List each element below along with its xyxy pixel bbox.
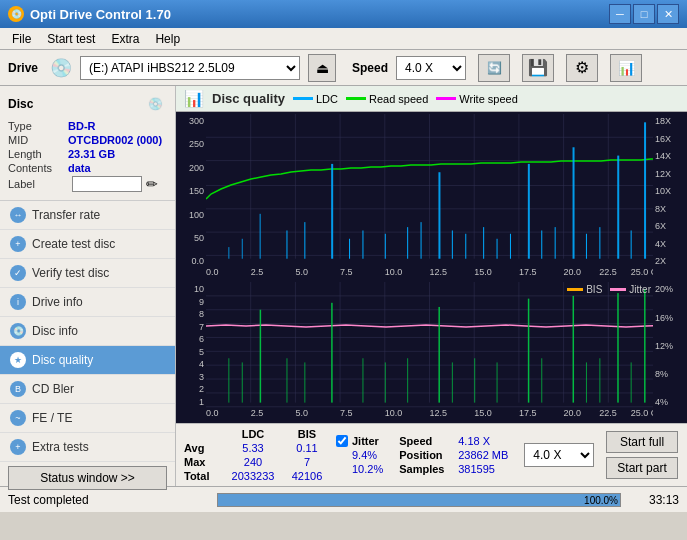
sidebar-item-disc-quality[interactable]: ★ Disc quality: [0, 346, 175, 375]
svg-rect-85: [407, 359, 408, 403]
disc-label-row: Label ✏: [8, 176, 167, 192]
right-panel: 📊 Disc quality LDC Read speed Write spee…: [176, 86, 687, 486]
disc-contents-row: Contents data: [8, 162, 167, 174]
stats-max-row: Max 240 7: [184, 456, 328, 468]
ldc-chart: 300 250 200 150 100 50 0.0: [180, 114, 683, 280]
transfer-rate-label: Transfer rate: [32, 208, 100, 222]
legend-jitter: Jitter: [610, 284, 651, 295]
stats-max-bis: 7: [286, 456, 328, 468]
svg-rect-25: [407, 227, 408, 259]
menu-start-test[interactable]: Start test: [39, 30, 103, 48]
disc-label-input[interactable]: [72, 176, 142, 192]
svg-rect-28: [452, 230, 453, 258]
jitter-avg: 9.4%: [336, 449, 383, 461]
sidebar-item-create-test-disc[interactable]: + Create test disc: [0, 230, 175, 259]
svg-rect-90: [586, 363, 587, 403]
svg-text:25.0 GB: 25.0 GB: [631, 267, 653, 277]
fe-te-label: FE / TE: [32, 411, 72, 425]
start-full-button[interactable]: Start full: [606, 431, 677, 453]
menu-help[interactable]: Help: [147, 30, 188, 48]
speed-stat-label: Speed: [399, 435, 454, 447]
svg-rect-33: [528, 164, 530, 259]
jitter-max: 10.2%: [336, 463, 383, 475]
svg-text:5.0: 5.0: [295, 409, 308, 419]
extra-tests-label: Extra tests: [32, 440, 89, 454]
position-row: Position 23862 MB: [399, 449, 508, 461]
disc-label-label: Label: [8, 178, 68, 190]
svg-rect-22: [349, 239, 350, 259]
start-part-button[interactable]: Start part: [606, 457, 677, 479]
disc-length-label: Length: [8, 148, 68, 160]
speed-label: Speed: [352, 61, 388, 75]
config-button[interactable]: ⚙: [566, 54, 598, 82]
create-test-disc-icon: +: [10, 236, 26, 252]
jitter-checkbox[interactable]: [336, 435, 348, 447]
sidebar-item-cd-bler[interactable]: B CD Bler: [0, 375, 175, 404]
disc-contents-value: data: [68, 162, 91, 174]
svg-rect-87: [474, 359, 475, 403]
disc-mid-value: OTCBDR002 (000): [68, 134, 162, 146]
maximize-button[interactable]: □: [633, 4, 655, 24]
svg-rect-34: [541, 230, 542, 258]
svg-rect-82: [304, 363, 305, 403]
stats-header-row: LDC BIS: [184, 428, 328, 440]
speed-stat-value: 4.18 X: [458, 435, 490, 447]
disc-section-title: Disc: [8, 97, 33, 111]
title-bar-left: 💿 Opti Drive Control 1.70: [8, 6, 171, 22]
svg-rect-78: [644, 289, 646, 403]
eject-button[interactable]: ⏏: [308, 54, 336, 82]
legend-jitter-label: Jitter: [629, 284, 651, 295]
menu-file[interactable]: File: [4, 30, 39, 48]
legend-bis: BIS: [567, 284, 602, 295]
minimize-button[interactable]: ─: [609, 4, 631, 24]
app-title: Opti Drive Control 1.70: [30, 7, 171, 22]
svg-rect-79: [228, 359, 229, 403]
sidebar-item-transfer-rate[interactable]: ↔ Transfer rate: [0, 201, 175, 230]
svg-text:15.0: 15.0: [474, 409, 492, 419]
sidebar-item-extra-tests[interactable]: + Extra tests: [0, 433, 175, 462]
svg-text:15.0: 15.0: [474, 267, 492, 277]
disc-info-panel: Disc 💿 Type BD-R MID OTCBDR002 (000) Len…: [0, 86, 175, 201]
stats-max-ldc: 240: [224, 456, 282, 468]
stats-ldc-header: LDC: [224, 428, 282, 440]
close-button[interactable]: ✕: [657, 4, 679, 24]
disc-quality-label: Disc quality: [32, 353, 93, 367]
position-value: 23862 MB: [458, 449, 508, 461]
cd-bler-icon: B: [10, 381, 26, 397]
disc-header: Disc 💿: [8, 92, 167, 116]
ldc-chart-svg: 0.0 2.5 5.0 7.5 10.0 12.5 15.0 17.5 20.0…: [206, 114, 653, 280]
save-button[interactable]: 💾: [522, 54, 554, 82]
samples-label: Samples: [399, 463, 454, 475]
svg-rect-40: [631, 230, 632, 258]
menu-extra[interactable]: Extra: [103, 30, 147, 48]
export-button[interactable]: 📊: [610, 54, 642, 82]
svg-rect-91: [599, 359, 600, 403]
svg-text:25.0 GB: 25.0 GB: [631, 409, 653, 419]
speed-select-stats[interactable]: 4.0 X: [524, 443, 594, 467]
jitter-stats: Jitter 9.4% 10.2%: [336, 435, 383, 475]
bis-chart: 10 9 8 7 6 5 4 3 2 1 BIS: [180, 282, 683, 421]
svg-rect-18: [260, 214, 261, 259]
svg-rect-27: [438, 172, 440, 259]
svg-rect-20: [304, 222, 305, 259]
disc-info-icon: 💿: [10, 323, 26, 339]
drive-select[interactable]: (E:) ATAPI iHBS212 2.5L09: [80, 56, 300, 80]
stats-avg-label: Avg: [184, 442, 220, 454]
status-text: Test completed: [8, 493, 209, 507]
speed-select[interactable]: 4.0 X: [396, 56, 466, 80]
sidebar-item-verify-test-disc[interactable]: ✓ Verify test disc: [0, 259, 175, 288]
stats-max-label: Max: [184, 456, 220, 468]
svg-rect-88: [497, 363, 498, 403]
refresh-button[interactable]: 🔄: [478, 54, 510, 82]
sidebar-item-fe-te[interactable]: ~ FE / TE: [0, 404, 175, 433]
verify-test-disc-label: Verify test disc: [32, 266, 109, 280]
drive-info-label: Drive info: [32, 295, 83, 309]
svg-text:12.5: 12.5: [430, 409, 448, 419]
sidebar-item-disc-info[interactable]: 💿 Disc info: [0, 317, 175, 346]
status-window-button[interactable]: Status window >>: [8, 466, 167, 490]
bis-chart-svg: 0.0 2.5 5.0 7.5 10.0 12.5 15.0 17.5 20.0…: [206, 282, 653, 421]
sidebar-item-drive-info[interactable]: i Drive info: [0, 288, 175, 317]
jitter-label: Jitter: [352, 435, 379, 447]
drive-label: Drive: [8, 61, 38, 75]
transfer-rate-icon: ↔: [10, 207, 26, 223]
